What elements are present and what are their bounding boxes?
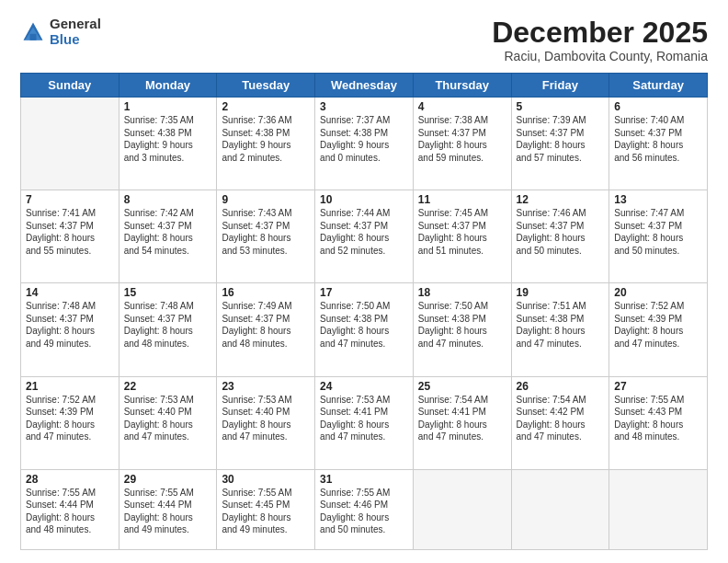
day-number: 27 <box>614 380 702 393</box>
day-number: 9 <box>222 193 310 206</box>
empty-cell <box>413 469 511 549</box>
week-row: 28Sunrise: 7:55 AM Sunset: 4:44 PM Dayli… <box>21 469 708 549</box>
day-info: Sunrise: 7:55 AM Sunset: 4:44 PM Dayligh… <box>124 487 212 536</box>
day-info: Sunrise: 7:54 AM Sunset: 4:42 PM Dayligh… <box>517 394 605 443</box>
day-info: Sunrise: 7:45 AM Sunset: 4:37 PM Dayligh… <box>418 207 506 257</box>
day-number: 7 <box>26 193 114 206</box>
page: General Blue December 2025 Raciu, Dambov… <box>0 0 728 563</box>
logo-blue: Blue <box>50 32 101 48</box>
day-number: 31 <box>320 473 408 486</box>
day-cell: 27Sunrise: 7:55 AM Sunset: 4:43 PM Dayli… <box>609 376 708 469</box>
day-number: 16 <box>222 286 310 299</box>
day-number: 3 <box>320 100 408 113</box>
day-info: Sunrise: 7:53 AM Sunset: 4:40 PM Dayligh… <box>124 394 212 443</box>
day-info: Sunrise: 7:37 AM Sunset: 4:38 PM Dayligh… <box>320 114 408 164</box>
day-cell: 11Sunrise: 7:45 AM Sunset: 4:37 PM Dayli… <box>413 190 511 283</box>
day-cell: 13Sunrise: 7:47 AM Sunset: 4:37 PM Dayli… <box>609 190 708 283</box>
day-number: 21 <box>26 380 114 393</box>
day-header: Wednesday <box>315 74 414 98</box>
week-row: 7Sunrise: 7:41 AM Sunset: 4:37 PM Daylig… <box>21 190 708 283</box>
header: General Blue December 2025 Raciu, Dambov… <box>20 17 708 63</box>
day-header: Monday <box>119 74 217 98</box>
day-cell: 4Sunrise: 7:38 AM Sunset: 4:37 PM Daylig… <box>413 98 511 190</box>
day-info: Sunrise: 7:49 AM Sunset: 4:37 PM Dayligh… <box>222 300 310 350</box>
day-number: 4 <box>418 100 506 113</box>
day-cell: 24Sunrise: 7:53 AM Sunset: 4:41 PM Dayli… <box>315 376 414 469</box>
day-number: 19 <box>517 286 605 299</box>
day-header: Tuesday <box>217 74 315 98</box>
day-number: 22 <box>124 380 212 393</box>
day-info: Sunrise: 7:38 AM Sunset: 4:37 PM Dayligh… <box>418 114 506 164</box>
day-header: Sunday <box>21 74 119 98</box>
day-header: Saturday <box>609 74 708 98</box>
day-cell: 14Sunrise: 7:48 AM Sunset: 4:37 PM Dayli… <box>21 283 119 376</box>
logo-text: General Blue <box>50 17 101 47</box>
day-info: Sunrise: 7:40 AM Sunset: 4:37 PM Dayligh… <box>614 114 702 164</box>
day-number: 2 <box>222 100 310 113</box>
day-info: Sunrise: 7:55 AM Sunset: 4:46 PM Dayligh… <box>320 487 408 536</box>
day-info: Sunrise: 7:39 AM Sunset: 4:37 PM Dayligh… <box>517 114 605 164</box>
main-title: December 2025 <box>492 17 708 49</box>
logo-icon <box>20 19 46 45</box>
day-cell: 7Sunrise: 7:41 AM Sunset: 4:37 PM Daylig… <box>21 190 119 283</box>
day-cell: 3Sunrise: 7:37 AM Sunset: 4:38 PM Daylig… <box>315 98 414 190</box>
day-number: 25 <box>418 380 506 393</box>
day-number: 13 <box>614 193 702 206</box>
subtitle: Raciu, Dambovita County, Romania <box>492 49 708 63</box>
day-info: Sunrise: 7:50 AM Sunset: 4:38 PM Dayligh… <box>418 300 506 350</box>
day-cell: 29Sunrise: 7:55 AM Sunset: 4:44 PM Dayli… <box>119 469 217 549</box>
calendar: SundayMondayTuesdayWednesdayThursdayFrid… <box>20 73 708 550</box>
day-info: Sunrise: 7:36 AM Sunset: 4:38 PM Dayligh… <box>222 114 310 164</box>
day-number: 6 <box>614 100 702 113</box>
day-info: Sunrise: 7:53 AM Sunset: 4:41 PM Dayligh… <box>320 394 408 443</box>
day-info: Sunrise: 7:47 AM Sunset: 4:37 PM Dayligh… <box>614 207 702 257</box>
day-header: Thursday <box>413 74 511 98</box>
day-info: Sunrise: 7:35 AM Sunset: 4:38 PM Dayligh… <box>124 114 212 164</box>
day-info: Sunrise: 7:43 AM Sunset: 4:37 PM Dayligh… <box>222 207 310 257</box>
day-number: 20 <box>614 286 702 299</box>
day-cell: 28Sunrise: 7:55 AM Sunset: 4:44 PM Dayli… <box>21 469 119 549</box>
day-number: 24 <box>320 380 408 393</box>
header-row: SundayMondayTuesdayWednesdayThursdayFrid… <box>21 74 708 98</box>
day-cell: 22Sunrise: 7:53 AM Sunset: 4:40 PM Dayli… <box>119 376 217 469</box>
day-info: Sunrise: 7:44 AM Sunset: 4:37 PM Dayligh… <box>320 207 408 257</box>
day-cell: 30Sunrise: 7:55 AM Sunset: 4:45 PM Dayli… <box>217 469 315 549</box>
day-cell: 2Sunrise: 7:36 AM Sunset: 4:38 PM Daylig… <box>217 98 315 190</box>
empty-cell <box>511 469 609 549</box>
day-cell: 9Sunrise: 7:43 AM Sunset: 4:37 PM Daylig… <box>217 190 315 283</box>
week-row: 14Sunrise: 7:48 AM Sunset: 4:37 PM Dayli… <box>21 283 708 376</box>
logo-general: General <box>50 17 101 32</box>
day-number: 1 <box>124 100 212 113</box>
day-info: Sunrise: 7:54 AM Sunset: 4:41 PM Dayligh… <box>418 394 506 443</box>
day-number: 15 <box>124 286 212 299</box>
day-number: 30 <box>222 473 310 486</box>
day-number: 11 <box>418 193 506 206</box>
week-row: 21Sunrise: 7:52 AM Sunset: 4:39 PM Dayli… <box>21 376 708 469</box>
day-cell: 5Sunrise: 7:39 AM Sunset: 4:37 PM Daylig… <box>511 98 609 190</box>
day-header: Friday <box>511 74 609 98</box>
day-info: Sunrise: 7:55 AM Sunset: 4:45 PM Dayligh… <box>222 487 310 536</box>
day-number: 18 <box>418 286 506 299</box>
empty-cell <box>609 469 708 549</box>
day-info: Sunrise: 7:53 AM Sunset: 4:40 PM Dayligh… <box>222 394 310 443</box>
day-info: Sunrise: 7:55 AM Sunset: 4:44 PM Dayligh… <box>26 487 114 536</box>
day-cell: 25Sunrise: 7:54 AM Sunset: 4:41 PM Dayli… <box>413 376 511 469</box>
day-cell: 20Sunrise: 7:52 AM Sunset: 4:39 PM Dayli… <box>609 283 708 376</box>
day-cell: 18Sunrise: 7:50 AM Sunset: 4:38 PM Dayli… <box>413 283 511 376</box>
day-number: 26 <box>517 380 605 393</box>
day-info: Sunrise: 7:41 AM Sunset: 4:37 PM Dayligh… <box>26 207 114 257</box>
day-cell: 23Sunrise: 7:53 AM Sunset: 4:40 PM Dayli… <box>217 376 315 469</box>
day-number: 5 <box>517 100 605 113</box>
day-info: Sunrise: 7:55 AM Sunset: 4:43 PM Dayligh… <box>614 394 702 443</box>
day-info: Sunrise: 7:50 AM Sunset: 4:38 PM Dayligh… <box>320 300 408 350</box>
day-cell: 17Sunrise: 7:50 AM Sunset: 4:38 PM Dayli… <box>315 283 414 376</box>
day-info: Sunrise: 7:48 AM Sunset: 4:37 PM Dayligh… <box>26 300 114 350</box>
day-number: 17 <box>320 286 408 299</box>
week-row: 1Sunrise: 7:35 AM Sunset: 4:38 PM Daylig… <box>21 98 708 190</box>
day-cell: 1Sunrise: 7:35 AM Sunset: 4:38 PM Daylig… <box>119 98 217 190</box>
day-cell: 26Sunrise: 7:54 AM Sunset: 4:42 PM Dayli… <box>511 376 609 469</box>
day-info: Sunrise: 7:52 AM Sunset: 4:39 PM Dayligh… <box>614 300 702 350</box>
day-number: 10 <box>320 193 408 206</box>
day-number: 29 <box>124 473 212 486</box>
day-cell: 16Sunrise: 7:49 AM Sunset: 4:37 PM Dayli… <box>217 283 315 376</box>
